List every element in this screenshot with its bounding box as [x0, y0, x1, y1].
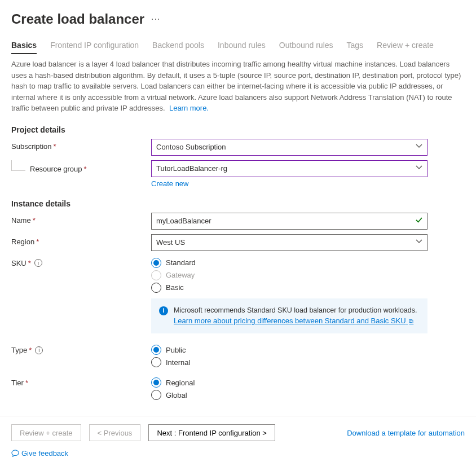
chevron-down-icon	[416, 143, 422, 151]
type-option-public: Public	[166, 346, 186, 354]
name-input[interactable]: myLoadBalancer	[151, 213, 427, 230]
wizard-footer: Review + create < Previous Next : Fronte…	[0, 416, 476, 465]
sku-pricing-link[interactable]: Learn more about pricing differences bet…	[174, 316, 413, 325]
required-asterisk: *	[25, 379, 28, 387]
region-select[interactable]: West US	[151, 234, 427, 251]
learn-more-link[interactable]: Learn more.	[169, 104, 209, 112]
review-create-button: Review + create	[11, 424, 81, 441]
required-asterisk: *	[54, 142, 56, 151]
give-feedback-link[interactable]: Give feedback	[11, 449, 68, 458]
intro-text: Azure load balancer is a layer 4 load ba…	[11, 60, 461, 112]
name-value: myLoadBalancer	[156, 217, 211, 225]
tab-frontend-ip[interactable]: Frontend IP configuration	[50, 41, 139, 54]
sku-info-box: i Microsoft recommends Standard SKU load…	[151, 298, 427, 334]
next-button[interactable]: Next : Frontend IP configuration >	[148, 424, 275, 441]
more-actions-icon[interactable]: ···	[151, 14, 160, 24]
tier-option-global: Global	[166, 391, 187, 399]
tab-bar: Basics Frontend IP configuration Backend…	[11, 41, 465, 54]
tab-basics[interactable]: Basics	[11, 41, 37, 54]
type-label: Type	[11, 346, 27, 354]
info-icon[interactable]: i	[34, 259, 42, 267]
previous-button: < Previous	[89, 424, 141, 441]
type-option-internal: Internal	[166, 358, 190, 367]
tab-tags[interactable]: Tags	[347, 41, 364, 54]
tier-label: Tier	[11, 379, 24, 387]
info-icon[interactable]: i	[35, 346, 43, 354]
sku-label: SKU	[11, 259, 27, 267]
subscription-label: Subscription	[11, 142, 52, 151]
region-label: Region	[11, 238, 34, 246]
type-radio-internal[interactable]	[151, 357, 161, 367]
page-title: Create load balancer	[11, 11, 144, 27]
sku-radio-standard[interactable]	[151, 258, 161, 268]
resource-group-value: TutorLoadBalancer-rg	[156, 164, 227, 173]
tab-inbound-rules[interactable]: Inbound rules	[218, 41, 266, 54]
tab-backend-pools[interactable]: Backend pools	[152, 41, 204, 54]
required-asterisk: *	[33, 216, 36, 225]
tier-radio-regional[interactable]	[151, 377, 161, 388]
tier-option-regional: Regional	[166, 379, 195, 387]
chevron-down-icon	[416, 238, 422, 247]
chevron-down-icon	[416, 164, 422, 173]
project-details-heading: Project details	[11, 125, 465, 134]
external-link-icon: ⧉	[409, 318, 413, 324]
sku-pricing-link-text: Learn more about pricing differences bet…	[174, 316, 406, 325]
instance-details-heading: Instance details	[11, 199, 465, 208]
sku-radio-basic[interactable]	[151, 283, 161, 293]
sku-option-standard: Standard	[166, 258, 196, 267]
tier-radio-global[interactable]	[151, 390, 161, 400]
name-label: Name	[11, 216, 31, 225]
tab-outbound-rules[interactable]: Outbound rules	[279, 41, 333, 54]
info-icon: i	[159, 306, 168, 315]
sku-option-gateway: Gateway	[166, 271, 195, 279]
create-new-resource-group-link[interactable]: Create new	[151, 179, 188, 188]
give-feedback-text: Give feedback	[21, 449, 68, 458]
sku-radio-gateway	[151, 270, 161, 280]
resource-group-label: Resource group	[30, 165, 82, 173]
resource-group-select[interactable]: TutorLoadBalancer-rg	[151, 160, 427, 177]
required-asterisk: *	[28, 259, 31, 267]
tab-review-create[interactable]: Review + create	[377, 41, 434, 54]
sku-option-basic: Basic	[166, 283, 184, 292]
checkmark-icon	[416, 217, 422, 225]
sku-info-text: Microsoft recommends Standard SKU load b…	[174, 306, 417, 314]
subscription-select[interactable]: Contoso Subscription	[151, 139, 427, 156]
required-asterisk: *	[36, 238, 39, 246]
region-value: West US	[156, 238, 185, 247]
feedback-icon	[11, 450, 19, 458]
required-asterisk: *	[29, 346, 32, 354]
intro-paragraph: Azure load balancer is a layer 4 load ba…	[11, 59, 465, 114]
download-template-link[interactable]: Download a template for automation	[347, 429, 465, 437]
type-radio-public[interactable]	[151, 345, 161, 355]
subscription-value: Contoso Subscription	[156, 143, 226, 151]
required-asterisk: *	[84, 165, 87, 173]
